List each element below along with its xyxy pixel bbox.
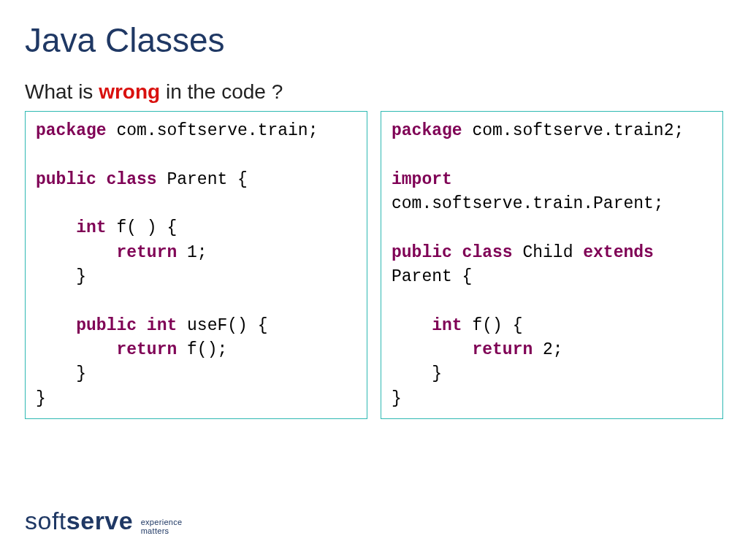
slide-subtitle: What is wrong in the code ? [25, 80, 723, 104]
subtitle-pre: What is [25, 80, 99, 103]
footer-logo: softserve experience matters [25, 507, 182, 535]
code-columns: package com.softserve.train; public clas… [25, 111, 723, 419]
code-box-left: package com.softserve.train; public clas… [25, 111, 367, 419]
tagline-1: experience [141, 518, 183, 526]
logo-tagline: experience matters [141, 518, 183, 535]
slide-title: Java Classes [25, 20, 723, 60]
tagline-2: matters [141, 526, 169, 535]
slide: Java Classes What is wrong in the code ?… [0, 0, 748, 560]
subtitle-emphasis: wrong [99, 80, 160, 103]
logo: softserve experience matters [25, 519, 182, 532]
subtitle-post: in the code ? [160, 80, 283, 103]
code-box-right: package com.softserve.train2; import com… [381, 111, 723, 419]
logo-serve: serve [66, 507, 133, 534]
logo-soft: soft [25, 507, 66, 534]
